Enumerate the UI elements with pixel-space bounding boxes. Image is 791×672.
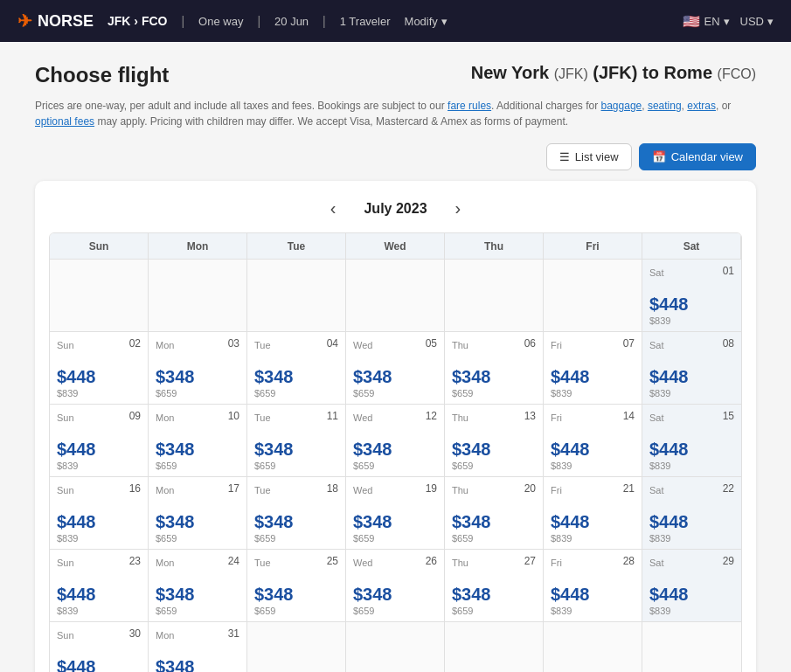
divider-2: |: [257, 14, 260, 28]
calendar-cell[interactable]: Fri 21 $448 $839: [544, 477, 642, 550]
cell-price-main: $348: [156, 512, 239, 532]
cell-price-main: $348: [353, 367, 437, 387]
calendar-cell[interactable]: Tue 25 $348 $659: [247, 550, 346, 622]
calendar-cell[interactable]: Fri 28 $448 $839: [544, 550, 642, 622]
cell-day-num: 04: [327, 337, 338, 350]
cell-price-main: $448: [551, 367, 635, 387]
seating-link[interactable]: seating: [648, 100, 682, 112]
cell-price-alt: $659: [353, 388, 437, 398]
currency-label: USD: [740, 15, 764, 28]
calendar-cell[interactable]: Thu 20 $348 $659: [445, 477, 544, 550]
calendar-cell[interactable]: Sat 15 $448 $839: [642, 405, 741, 477]
modify-label: Modify: [405, 15, 438, 28]
cell-day-num: 20: [524, 482, 536, 495]
calendar-cell[interactable]: Fri 07 $448 $839: [544, 332, 642, 405]
calendar-cell[interactable]: Sun 02 $448 $839: [50, 332, 149, 405]
calendar-cell: [642, 622, 741, 672]
cell-price-main: $448: [57, 657, 141, 672]
calendar-cell[interactable]: Sat 22 $448 $839: [642, 477, 741, 550]
calendar-cell[interactable]: Thu 27 $348 $659: [445, 550, 544, 622]
calendar-cell: [247, 260, 346, 332]
cell-price-alt: $659: [156, 461, 239, 471]
baggage-link[interactable]: baggage: [601, 100, 642, 112]
calendar-cell[interactable]: Sun 16 $448 $839: [50, 477, 149, 550]
calendar-day-header: Sat: [642, 233, 741, 260]
calendar-cell[interactable]: Wed 19 $348 $659: [346, 477, 445, 550]
cell-day-num: 28: [623, 555, 635, 567]
calendar-cell[interactable]: Sun 30 $448 $839: [50, 622, 149, 672]
next-month-button[interactable]: ›: [448, 195, 468, 222]
calendar-cell[interactable]: Fri 14 $448 $839: [544, 405, 642, 477]
cell-price-alt: $659: [353, 533, 437, 544]
cell-day-label: Thu: [452, 340, 468, 350]
optional-fees-link[interactable]: optional fees: [35, 115, 94, 128]
cell-day-label: Wed: [353, 412, 372, 423]
cell-price-alt: $839: [57, 461, 141, 471]
calendar-cell[interactable]: Wed 26 $348 $659: [346, 550, 445, 622]
calendar-cell[interactable]: Mon 03 $348 $659: [149, 332, 247, 405]
calendar-cell[interactable]: Sat 29 $448 $839: [642, 550, 741, 622]
cell-price-alt: $659: [156, 388, 239, 398]
calendar-cell[interactable]: Mon 31 $348 $659: [149, 622, 247, 672]
cell-price-main: $348: [452, 585, 536, 605]
cell-price-alt: $659: [452, 533, 536, 544]
currency-chevron-icon: ▾: [767, 15, 774, 28]
cell-day-label: Thu: [452, 485, 468, 495]
cell-day-label: Fri: [551, 412, 562, 423]
calendar-cell[interactable]: Sun 09 $448 $839: [50, 405, 149, 477]
cell-day-num: 15: [723, 410, 734, 422]
header-route: JFK › FCO: [108, 14, 167, 28]
cell-price-main: $348: [156, 657, 239, 672]
calendar-day-header: Mon: [149, 233, 247, 260]
language-label: EN: [704, 15, 719, 28]
cell-price-main: $448: [551, 585, 635, 605]
calendar-cell[interactable]: Wed 05 $348 $659: [346, 332, 445, 405]
calendar-cell: [346, 260, 445, 332]
calendar-cell[interactable]: Sat 01 $448 $839: [642, 260, 741, 332]
calendar-cell[interactable]: Thu 06 $348 $659: [445, 332, 544, 405]
cell-day-num: 16: [129, 482, 141, 495]
cell-day-label: Wed: [353, 340, 372, 350]
calendar-grid: SunMonTueWedThuFriSat Sat 01 $448 $839 S…: [49, 232, 742, 672]
cell-price-alt: $659: [452, 606, 536, 616]
calendar-cell[interactable]: Sun 23 $448 $839: [50, 550, 149, 622]
calendar-cell[interactable]: Mon 24 $348 $659: [149, 550, 247, 622]
cell-day-num: 18: [327, 482, 338, 495]
cell-day-num: 07: [623, 337, 635, 350]
cell-price-main: $348: [452, 512, 536, 532]
calendar-cell[interactable]: Mon 10 $348 $659: [149, 405, 247, 477]
list-view-button[interactable]: ☰ List view: [546, 143, 632, 170]
cell-price-alt: $839: [649, 533, 734, 544]
cell-day-label: Sun: [57, 630, 74, 641]
calendar-view-button[interactable]: 📅 Calendar view: [639, 143, 756, 170]
calendar-cell[interactable]: Tue 11 $348 $659: [247, 405, 346, 477]
calendar-cell[interactable]: Tue 18 $348 $659: [247, 477, 346, 550]
cell-price-main: $448: [649, 294, 734, 315]
cell-day-label: Sat: [649, 340, 664, 350]
calendar-cell[interactable]: Wed 12 $348 $659: [346, 405, 445, 477]
cell-day-label: Sun: [57, 558, 74, 568]
language-selector[interactable]: 🇺🇸 EN ▾: [683, 13, 729, 30]
currency-selector[interactable]: USD ▾: [740, 15, 774, 28]
trip-type: One way: [198, 15, 243, 28]
modify-button[interactable]: Modify ▾: [405, 15, 448, 28]
calendar-cell[interactable]: Sat 08 $448 $839: [642, 332, 741, 405]
fare-rules-link[interactable]: fare rules: [448, 100, 491, 112]
calendar-cell[interactable]: Mon 17 $348 $659: [149, 477, 247, 550]
calendar-cell[interactable]: Tue 04 $348 $659: [247, 332, 346, 405]
cell-day-label: Tue: [254, 485, 271, 495]
cell-day-num: 13: [524, 410, 536, 422]
trip-date: 20 Jun: [274, 15, 309, 28]
list-view-label: List view: [575, 150, 619, 163]
route-connector: to: [642, 63, 659, 82]
cell-day-label: Fri: [551, 340, 562, 350]
prev-month-button[interactable]: ‹: [323, 195, 343, 222]
cell-day-num: 05: [426, 337, 437, 350]
calendar-cell: [149, 260, 247, 332]
cell-price-main: $348: [254, 367, 338, 387]
calendar-cell[interactable]: Thu 13 $348 $659: [445, 405, 544, 477]
calendar-day-header: Tue: [247, 233, 346, 260]
cell-price-main: $348: [156, 440, 239, 460]
chevron-down-icon: ▾: [441, 15, 448, 28]
extras-link[interactable]: extras: [687, 100, 716, 112]
